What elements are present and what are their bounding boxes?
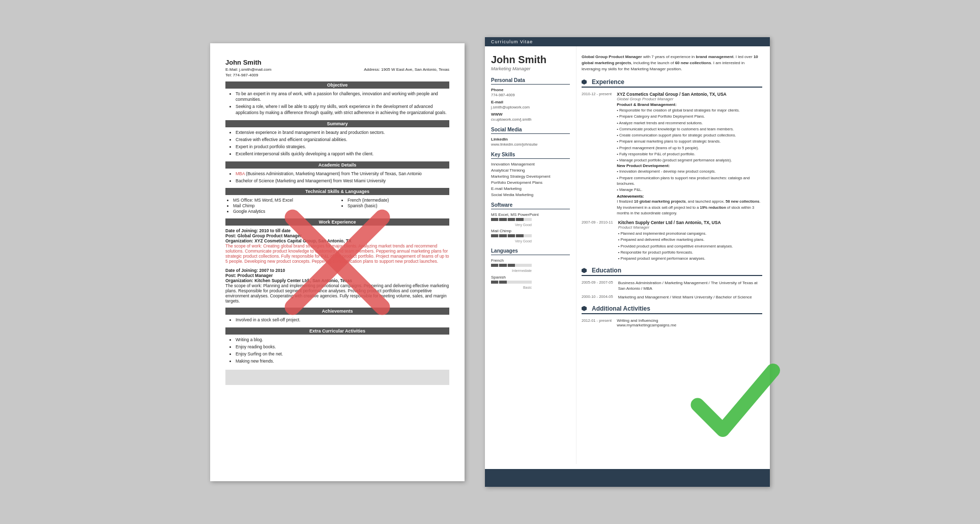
work-entry-1: Date of Joining: 2010 to till date Post:… [225,228,449,264]
bullet: • Manage P&L. [617,187,762,192]
right-intro: Global Group Product Manager with 7 year… [582,54,762,72]
right-sidebar: John Smith Marketing Manager Personal Da… [485,46,577,464]
extra-list: Writing a blog. Enjoy reading books. Enj… [225,337,449,365]
list-item: Expert in product portfolio strategies. [236,144,449,150]
bar-seg [499,281,506,284]
exp-company-2: Kitchen Supply Center Ltd / San Antonio,… [618,220,762,225]
bar-seg [499,234,506,237]
social-media-title: Social Media [491,127,570,134]
lang-bar-label-1: Intermediate [491,269,532,272]
left-footer-bar [225,370,449,385]
work-scope-1: The scope of work: Creating global brand… [225,243,449,264]
skill-item: Social Media Marketing [491,192,570,197]
right-title: Marketing Manager [491,66,570,71]
exp-bullets-3: • Planned and implemented promotional ca… [618,231,762,261]
bullet: • Analyze market trends and recommend so… [617,120,762,126]
bullet: • Prepared and delivered effective marke… [618,237,762,242]
right-resume-wrapper: Curriculum Vitae John Smith Marketing Ma… [485,37,770,487]
bar-seg [499,264,506,267]
list-item: Extensive experience in brand management… [236,130,449,136]
list-item: Enjoy Surfing on the net. [236,351,449,357]
bar-seg [525,218,532,221]
exp-role-2: Product Manager [618,225,762,230]
languages-title: Languages [491,248,570,255]
bullet: • Fully responsible for P&L of product p… [617,151,762,157]
www-label: WWW [491,112,570,117]
software-bar-1 [491,218,532,221]
bar-seg [508,218,515,221]
achievements-label: Achievements: [617,194,762,199]
ach-text-1: I finalized 10 global marketing projects… [617,199,762,204]
list-item: Bachelor of Science (Marketing and Manag… [236,178,449,184]
work-org-2: Organization: Kitchen Supply Center Ltd.… [225,278,352,283]
bullet: • Prepared product segment performance a… [618,256,762,261]
academic-list: MBA (Business Administration, Marketing … [225,171,449,184]
list-item: To be an expert in my area of work, with… [236,91,449,103]
right-resume: Curriculum Vitae John Smith Marketing Ma… [485,37,770,487]
lang-name-2: Spanish [491,275,570,280]
exp-entry-2: 2007-09 - 2010-11 Kitchen Supply Center … [582,220,762,262]
left-skills: MS Office: MS Word, MS Excel Mail Chimp … [225,198,335,214]
work-date-2: Date of Joining: 2007 to 2010 [225,268,285,273]
technical-title: Technical Skills & Languages [225,188,449,195]
extra-title: Extra Curricular Activities [225,327,449,335]
edu-content-2: Marketing and Management / West Miami Un… [618,294,762,300]
act-url: www.mymarketingcampaigns.me [617,323,676,327]
bullet: • Project management (teams of up to 5 p… [617,145,762,151]
list-item: Involved in a stock sell-off project. [236,317,449,323]
exp-entry-1: 2010-12 - present XYZ Cosmetics Capital … [582,92,762,216]
exp-content-1: XYZ Cosmetics Capital Group / San Antoni… [617,92,762,216]
achievements-list: Involved in a stock sell-off project. [225,317,449,323]
bullet: • Provided product portfolios and compet… [618,243,762,249]
exp-dates-1: 2010-12 - present [582,92,612,216]
bar-seg [525,234,532,237]
bar-seg [508,264,515,267]
skills-cols: MS Office: MS Word, MS Excel Mail Chimp … [225,198,449,214]
bar-seg [516,264,523,267]
work-org-1: Organization: XYZ Cosmetics Capital Grou… [225,238,352,243]
bar-seg [491,264,498,267]
bullet: • Prepare Category and Portfolio Deploym… [617,114,762,119]
software-title: Software [491,202,570,209]
exp-bullets-2: • Innovation development - develop new p… [617,169,762,192]
lang-bar-label-2: Basic [491,286,532,289]
bar-seg [508,281,515,284]
skill-item: Analytical Thinking [491,168,570,173]
bullet: • Create communication support plans for… [617,132,762,138]
act-text: Writing and Influencing [617,318,676,323]
left-contact: E-Mail: j.smith@mail.com Address: 1905 W… [225,67,449,72]
skill-item: Portfolio Development Plans [491,180,570,185]
bar-seg [516,218,523,221]
email-value: j.smith@uptowork.com [491,105,570,109]
bar-seg [525,264,532,267]
cv-banner: Curriculum Vitae [485,37,770,46]
objective-title: Objective [225,81,449,89]
act-dates-1: 2012-01 - present [582,318,612,327]
software-item-1: MS Excel, MS PowerPoint [491,212,570,217]
education-section-title: Education [582,267,762,276]
summary-title: Summary [225,120,449,127]
right-skills: French (intermediate) Spanish (basic) [340,198,449,214]
skill-item: Innovation Management [491,162,570,167]
bullet: • Prepare annual marketing plans to supp… [617,139,762,144]
list-item: Excellent interpersonal skills quickly d… [236,151,449,157]
list-item: Creative with effective and efficient or… [236,137,449,143]
edu-dates-1: 2005-09 - 2007-05 [582,280,613,291]
software-bar-label-2: Very Good [491,239,532,243]
bar-seg [525,281,532,284]
exp-bullets-1: • Responsible for the creation of global… [617,107,762,163]
experience-section-title: Experience [582,78,762,88]
bar-seg [491,281,498,284]
skill-item: Marketing Strategy Development [491,174,570,179]
bullet: • Innovation development - develop new p… [617,169,762,174]
section-dot-icon [582,268,587,273]
bar-seg [516,281,523,284]
edu-content-1: Business Administration / Marketing Mana… [618,280,762,291]
bullet: • Communicate product knowledge to custo… [617,126,762,132]
summary-list: Extensive experience in brand management… [225,130,449,157]
software-item-2: Mail Chimp [491,229,570,233]
exp-company-1: XYZ Cosmetics Capital Group / San Antoni… [617,92,762,97]
bar-seg [499,218,506,221]
right-name: John Smith [491,54,570,65]
list-item: Seeking a role, where I will be able to … [236,104,449,116]
